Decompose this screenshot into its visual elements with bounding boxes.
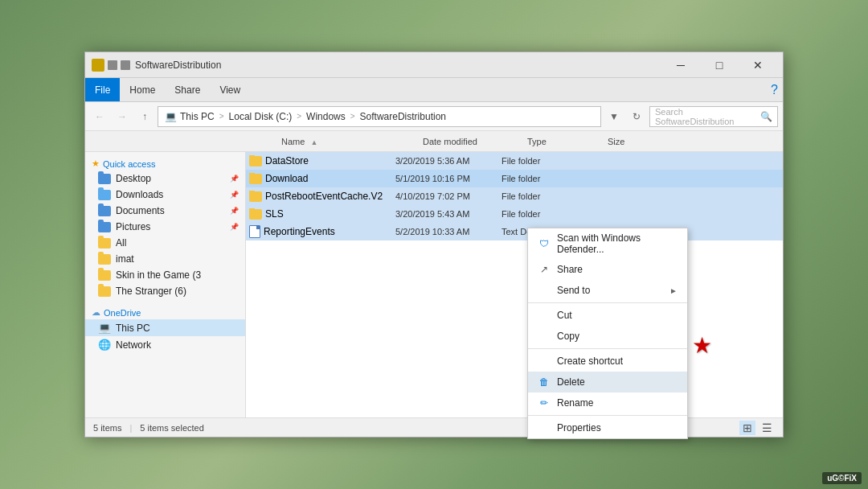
folder-blue-pic-icon (98, 222, 111, 232)
file-name-cell: ReportingEvents (249, 225, 394, 238)
cut-icon (538, 309, 551, 322)
sidebar-item-pictures[interactable]: Pictures 📌 (85, 219, 245, 235)
search-box[interactable]: Search SoftwareDistribution 🔍 (649, 106, 778, 127)
column-headers: Name ▲ Date modified Type Size (85, 131, 783, 152)
file-date: 3/20/2019 5:36 AM (395, 156, 500, 166)
table-row[interactable]: SLS 3/20/2019 5:43 AM File folder (246, 205, 783, 223)
folder-yellow-all-icon (98, 238, 111, 249)
network-label: Network (116, 339, 151, 351)
window-icon-arrow (121, 60, 130, 70)
address-dropdown[interactable]: ▼ (604, 107, 624, 126)
ctx-label-rename: Rename (557, 397, 593, 409)
file-type: File folder (502, 174, 582, 183)
ctx-properties[interactable]: Properties (528, 417, 687, 438)
close-button[interactable]: ✕ (739, 52, 776, 78)
refresh-button[interactable]: ↻ (627, 107, 646, 126)
col-header-type[interactable]: Type (527, 137, 608, 146)
ctx-scan-defender[interactable]: 🛡 Scan with Windows Defender... (528, 228, 687, 259)
sidebar-item-all[interactable]: All (85, 235, 245, 251)
table-row[interactable]: PostRebootEventCache.V2 4/10/2019 7:02 P… (246, 187, 783, 205)
help-icon[interactable]: ? (771, 83, 778, 97)
file-name: SLS (265, 208, 284, 220)
path-thispc: This PC (180, 111, 215, 122)
maximize-button[interactable]: □ (701, 52, 738, 78)
col-header-name[interactable]: Name ▲ (278, 137, 423, 146)
ctx-create-shortcut[interactable]: Create shortcut (528, 351, 687, 372)
file-name-cell: SLS (249, 208, 394, 220)
tab-view[interactable]: View (210, 78, 250, 101)
path-sep1: > (219, 112, 224, 121)
folder-blue-icon (98, 174, 111, 184)
sidebar: ★ Quick access Desktop 📌 Downloads 📌 Doc… (85, 152, 246, 417)
ctx-rename[interactable]: ✏ Rename (528, 392, 687, 413)
sidebar-item-documents[interactable]: Documents 📌 (85, 203, 245, 219)
pin-icon: 📌 (230, 175, 239, 183)
file-type: File folder (502, 156, 582, 166)
pc-icon: 💻 (98, 322, 111, 334)
ctx-divider-1 (528, 302, 687, 303)
file-date: 5/2/2019 10:33 AM (395, 227, 500, 236)
file-date: 5/1/2019 10:16 PM (395, 174, 500, 183)
ctx-label-sendto: Send to (557, 285, 590, 296)
sidebar-label-skin: Skin in the Game (3 (116, 269, 201, 281)
network-icon: 🌐 (98, 339, 111, 351)
back-button[interactable]: ← (90, 107, 109, 126)
table-row[interactable]: DataStore 3/20/2019 5:36 AM File folder (246, 152, 783, 170)
minimize-button[interactable]: ─ (662, 52, 699, 78)
sidebar-label-desktop: Desktop (116, 173, 151, 184)
col-header-date[interactable]: Date modified (423, 137, 527, 146)
sidebar-quick-access[interactable]: ★ Quick access (85, 155, 245, 171)
ctx-label-properties: Properties (557, 422, 601, 434)
folder-icon (249, 191, 262, 202)
file-name: Download (265, 173, 308, 184)
detail-view-button[interactable]: ☰ (759, 421, 775, 435)
file-name: PostRebootEventCache.V2 (265, 191, 383, 202)
sidebar-item-skin[interactable]: Skin in the Game (3 (85, 267, 245, 283)
items-count: 5 items (93, 423, 121, 433)
onedrive-label: OneDrive (104, 308, 141, 318)
sidebar-item-imat[interactable]: imat (85, 251, 245, 267)
search-placeholder: Search SoftwareDistribution (655, 107, 760, 126)
file-name-cell: DataStore (249, 155, 394, 166)
search-icon[interactable]: 🔍 (760, 111, 772, 122)
shortcut-icon (538, 355, 551, 368)
list-view-button[interactable]: ⊞ (739, 421, 755, 435)
table-row[interactable]: Download 5/1/2019 10:16 PM File folder (246, 170, 783, 187)
col-header-size[interactable]: Size (608, 137, 664, 146)
window-icon-yellow (92, 59, 104, 72)
ctx-label-scan: Scan with Windows Defender... (557, 232, 678, 255)
sidebar-label-documents: Documents (116, 205, 165, 216)
sidebar-label-pictures: Pictures (116, 221, 150, 232)
shield-icon: 🛡 (538, 237, 551, 250)
folder-yellow-skin-icon (98, 270, 111, 281)
ctx-cut[interactable]: Cut (528, 305, 687, 326)
sidebar-item-desktop[interactable]: Desktop 📌 (85, 171, 245, 187)
ctx-sendto[interactable]: Send to ► (528, 280, 687, 301)
submenu-arrow-icon: ► (669, 286, 678, 295)
tab-home[interactable]: Home (120, 78, 165, 101)
tab-share[interactable]: Share (165, 78, 210, 101)
table-row[interactable]: ReportingEvents 5/2/2019 10:33 AM Text D… (246, 223, 783, 240)
copy-icon (538, 330, 551, 343)
file-name: DataStore (265, 155, 309, 166)
forward-button[interactable]: → (113, 107, 132, 126)
tab-file[interactable]: File (85, 78, 120, 101)
sidebar-onedrive[interactable]: ☁ OneDrive (85, 304, 245, 319)
sidebar-item-stranger[interactable]: The Stranger (6) (85, 283, 245, 299)
sidebar-item-thispc[interactable]: 💻 This PC (85, 319, 245, 336)
address-bar: ← → ↑ 💻 This PC > Local Disk (C:) > Wind… (85, 102, 783, 131)
ctx-copy[interactable]: Copy (528, 326, 687, 347)
ctx-delete[interactable]: 🗑 Delete (528, 372, 687, 392)
window-title: SoftwareDistribution (135, 60, 662, 71)
pin-icon-pic: 📌 (230, 223, 239, 231)
ctx-share[interactable]: ↗ Share (528, 259, 687, 280)
explorer-window: SoftwareDistribution ─ □ ✕ File Home Sha… (84, 51, 784, 438)
up-button[interactable]: ↑ (135, 107, 154, 126)
sidebar-item-downloads[interactable]: Downloads 📌 (85, 187, 245, 203)
address-path[interactable]: 💻 This PC > Local Disk (C:) > Windows > … (158, 106, 601, 127)
file-date: 4/10/2019 7:02 PM (395, 191, 500, 201)
folder-yellow-stranger-icon (98, 286, 111, 297)
ribbon: File Home Share View ? (85, 78, 783, 102)
sidebar-item-network[interactable]: 🌐 Network (85, 336, 245, 353)
file-name: ReportingEvents (264, 226, 335, 237)
